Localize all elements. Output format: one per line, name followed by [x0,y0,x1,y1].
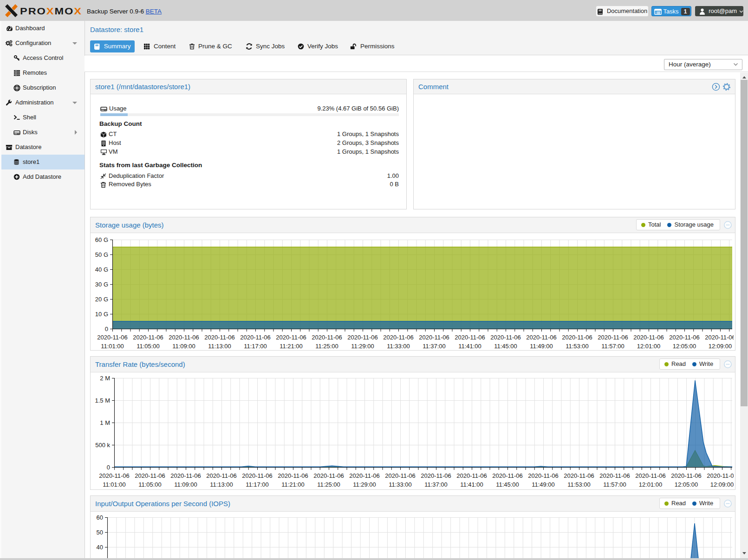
svg-text:50 G: 50 G [95,251,108,258]
svg-text:40: 40 [97,544,103,551]
svg-text:2020-11-06: 2020-11-06 [349,472,380,479]
svg-text:2020-11-06: 2020-11-06 [385,472,416,479]
svg-text:2020-11-06: 2020-11-06 [490,334,521,341]
svg-text:11:17:00: 11:17:00 [246,481,269,488]
svg-text:2020-11-06: 2020-11-06 [313,472,344,479]
svg-text:2020-11-06: 2020-11-06 [383,334,414,341]
svg-text:11:29:00: 11:29:00 [353,481,376,488]
svg-text:0: 0 [107,464,110,471]
svg-text:50: 50 [97,529,103,536]
svg-text:2020-11-06: 2020-11-06 [562,334,592,341]
svg-text:2020-11-06: 2020-11-06 [528,472,559,479]
svg-text:11:01:00: 11:01:00 [103,481,126,488]
svg-text:2020-11-06: 2020-11-06 [99,472,130,479]
svg-text:11:37:00: 11:37:00 [424,481,448,488]
svg-text:11:49:00: 11:49:00 [530,343,553,350]
svg-text:2020-11-06: 2020-11-06 [97,334,128,341]
svg-text:11:49:00: 11:49:00 [532,481,555,488]
svg-text:12:09:00: 12:09:00 [710,481,734,488]
svg-text:12:01:00: 12:01:00 [637,343,661,350]
svg-text:11:05:00: 11:05:00 [137,343,160,350]
svg-text:2020-11-06: 2020-11-06 [492,472,523,479]
svg-text:2020-11-06: 2020-11-06 [242,472,273,479]
svg-text:2020-11-06: 2020-11-06 [526,334,557,341]
svg-text:11:21:00: 11:21:00 [281,481,305,488]
svg-text:2020-11-06: 2020-11-06 [419,334,449,341]
svg-text:2020-11-06: 2020-11-06 [133,334,163,341]
svg-text:11:25:00: 11:25:00 [315,343,338,350]
svg-text:11:13:00: 11:13:00 [208,343,231,350]
svg-text:2020-11-06: 2020-11-06 [456,472,487,479]
svg-text:2020-11-06: 2020-11-06 [455,334,485,341]
svg-text:2020-11-06: 2020-11-06 [598,334,628,341]
svg-text:2020-11-06: 2020-11-06 [564,472,594,479]
svg-text:11:41:00: 11:41:00 [458,343,481,350]
svg-text:2020-11-06: 2020-11-06 [135,472,165,479]
svg-text:500 k: 500 k [95,442,110,449]
svg-text:12:09:00: 12:09:00 [709,343,732,350]
svg-text:12:05:00: 12:05:00 [675,481,698,488]
svg-text:2020-11-06: 2020-11-06 [669,334,700,341]
svg-text:11:57:00: 11:57:00 [601,343,624,350]
svg-text:11:33:00: 11:33:00 [389,481,412,488]
svg-text:12:01:00: 12:01:00 [639,481,663,488]
svg-text:11:33:00: 11:33:00 [387,343,410,350]
svg-text:2020-11-06: 2020-11-06 [278,472,308,479]
svg-text:2020-11-06: 2020-11-06 [204,334,235,341]
svg-text:11:57:00: 11:57:00 [603,481,626,488]
svg-text:1 M: 1 M [100,419,110,426]
svg-text:11:45:00: 11:45:00 [496,481,519,488]
svg-text:20 G: 20 G [95,296,108,303]
svg-text:11:53:00: 11:53:00 [566,343,589,350]
svg-text:60: 60 [97,514,103,521]
svg-text:2020-11-06: 2020-11-06 [240,334,271,341]
svg-text:2020-11-06: 2020-11-06 [635,472,666,479]
svg-text:40 G: 40 G [95,266,108,273]
svg-text:2020-11-06: 2020-11-06 [170,472,201,479]
svg-text:11:53:00: 11:53:00 [567,481,591,488]
svg-text:11:09:00: 11:09:00 [172,343,195,350]
svg-text:2020-11-06: 2020-11-06 [421,472,451,479]
svg-text:11:45:00: 11:45:00 [494,343,517,350]
svg-text:11:25:00: 11:25:00 [317,481,340,488]
svg-text:11:13:00: 11:13:00 [210,481,233,488]
svg-text:11:05:00: 11:05:00 [138,481,162,488]
svg-text:11:37:00: 11:37:00 [423,343,446,350]
svg-text:11:17:00: 11:17:00 [244,343,267,350]
svg-text:2020-11-06: 2020-11-06 [705,334,734,341]
svg-text:11:29:00: 11:29:00 [351,343,374,350]
svg-text:2020-11-06: 2020-11-06 [276,334,306,341]
svg-text:11:41:00: 11:41:00 [460,481,483,488]
svg-text:11:09:00: 11:09:00 [174,481,197,488]
svg-text:10 G: 10 G [95,311,108,318]
svg-text:2020-11-06: 2020-11-06 [671,472,702,479]
svg-text:0: 0 [105,326,108,332]
svg-text:2020-11-06: 2020-11-06 [312,334,342,341]
svg-text:60 G: 60 G [95,236,108,243]
svg-text:2020-11-06: 2020-11-06 [347,334,378,341]
svg-text:2020-11-06: 2020-11-06 [206,472,237,479]
svg-text:11:01:00: 11:01:00 [101,343,124,350]
svg-text:12:05:00: 12:05:00 [673,343,696,350]
svg-text:2020-11-06: 2020-11-06 [169,334,199,341]
svg-text:30 G: 30 G [95,281,108,288]
svg-text:2020-11-06: 2020-11-06 [599,472,630,479]
svg-text:11:21:00: 11:21:00 [280,343,303,350]
svg-text:2020-11-06: 2020-11-06 [707,472,734,479]
svg-text:1.5 M: 1.5 M [95,397,110,404]
svg-text:2 M: 2 M [100,375,110,382]
svg-text:2020-11-06: 2020-11-06 [633,334,664,341]
